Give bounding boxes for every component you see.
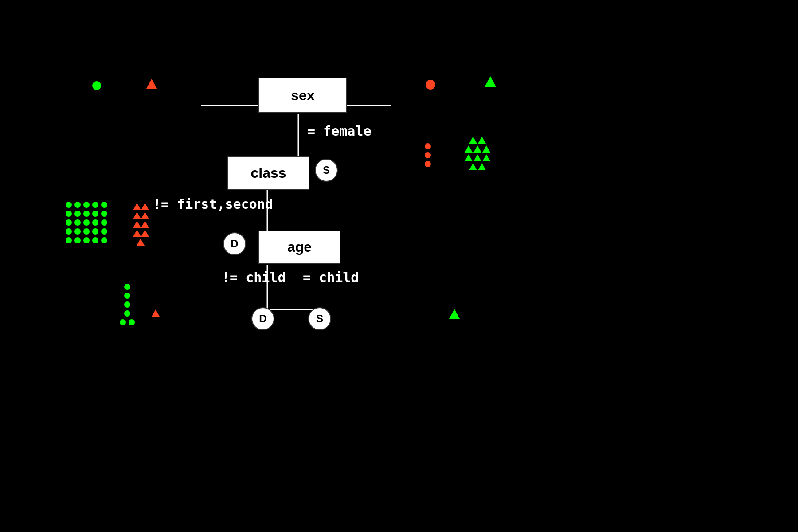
grid-dot — [74, 237, 81, 243]
col-dot — [124, 293, 130, 299]
grid-dot — [101, 202, 107, 208]
rt-green-tri — [482, 154, 490, 161]
red-tri-col — [152, 309, 160, 317]
grid-dot — [92, 237, 98, 243]
col-dot — [120, 319, 126, 325]
right-green-tri — [485, 76, 496, 87]
rt-green-tri — [473, 145, 481, 153]
grid-dot — [83, 219, 90, 226]
right-red-dot — [426, 80, 435, 90]
grid-dot — [74, 219, 81, 226]
red-tri — [133, 212, 141, 219]
label-not-child: != child — [222, 270, 286, 285]
topleft-green-dot — [92, 81, 101, 90]
grid-dot — [101, 237, 107, 243]
label-eq-child: = child — [303, 270, 359, 285]
rt-green-tri — [465, 145, 473, 153]
badge-s1: S — [315, 159, 338, 182]
rt-red-dot — [425, 152, 431, 158]
red-tri — [141, 212, 149, 219]
label-not-first-second: != first,second — [153, 196, 273, 212]
grid-dot — [101, 219, 107, 226]
grid-dot — [66, 211, 72, 217]
col-dot — [124, 310, 130, 317]
far-right-green-tri — [449, 309, 460, 319]
sex-node: sex — [258, 78, 347, 113]
grid-dot — [66, 219, 72, 226]
grid-dot — [74, 228, 81, 235]
grid-dot — [74, 211, 81, 217]
col-dot — [129, 319, 135, 325]
red-tri — [133, 221, 141, 228]
rt-red-dot — [425, 143, 431, 149]
rt-green-tri — [482, 145, 490, 153]
grid-dot — [101, 228, 107, 235]
grid-dot — [66, 228, 72, 235]
grid-dot — [92, 228, 98, 235]
badge-d2: D — [251, 307, 274, 330]
age-node: age — [258, 231, 340, 264]
col-dot — [124, 301, 130, 308]
grid-dot — [74, 202, 81, 208]
grid-dot — [83, 237, 90, 243]
badge-s2: S — [308, 307, 331, 330]
rt-green-tri — [473, 154, 481, 161]
red-tri — [133, 203, 141, 210]
grid-dot — [92, 202, 98, 208]
label-female: = female — [307, 123, 372, 139]
class-node: class — [227, 156, 309, 190]
grid-dot — [92, 211, 98, 217]
badge-d1: D — [223, 232, 246, 255]
red-tri — [137, 239, 145, 246]
grid-dot — [66, 202, 72, 208]
rt-green-tri — [465, 154, 473, 161]
red-tri — [141, 203, 149, 210]
red-tri — [133, 230, 141, 237]
rt-green-tri — [469, 137, 477, 144]
grid-dot — [66, 237, 72, 243]
grid-dot — [83, 202, 90, 208]
col-dot — [124, 284, 130, 290]
grid-dot — [101, 211, 107, 217]
rt-red-dot — [425, 161, 431, 167]
rt-green-tri — [478, 137, 486, 144]
grid-dot — [92, 219, 98, 226]
grid-dot — [83, 228, 90, 235]
red-tri — [141, 230, 149, 237]
red-tri — [141, 221, 149, 228]
rt-green-tri — [469, 163, 477, 170]
grid-dot — [83, 211, 90, 217]
rt-green-tri — [478, 163, 486, 170]
topleft-red-tri — [146, 79, 157, 89]
